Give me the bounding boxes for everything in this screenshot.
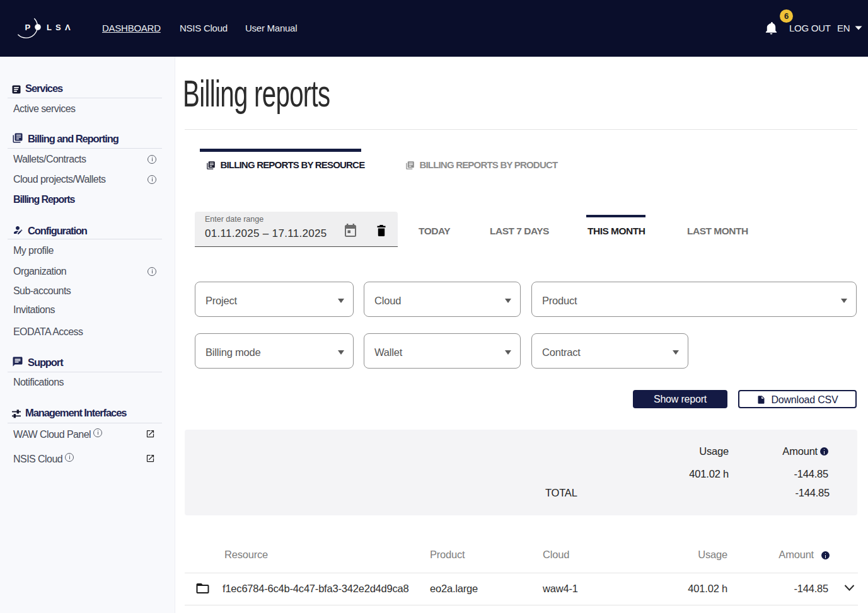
svg-text:S: S [55,23,61,32]
svg-text:L: L [47,23,52,32]
svg-text:Λ: Λ [65,23,71,32]
svg-text:P: P [25,23,31,32]
